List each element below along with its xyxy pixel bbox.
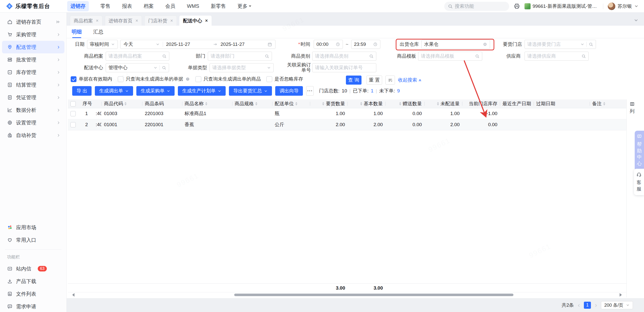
search-icon[interactable] (589, 42, 593, 47)
clear-icon[interactable] (483, 42, 487, 47)
po-input[interactable] (315, 65, 374, 71)
checkbox-no-transfer-goods[interactable]: 只查询未生成调出单的商品 (195, 76, 261, 82)
sidebar-item-settings[interactable]: 设置管理 (2, 116, 64, 129)
checkbox-ignore-stock[interactable]: 是否忽略库存 (266, 76, 303, 82)
date-range-control[interactable]: 今天 2025-11-27 2025-11-27 (120, 40, 275, 49)
category-field[interactable] (312, 52, 376, 61)
filter-settings-button[interactable] (385, 76, 395, 85)
sort-icon[interactable] (437, 102, 439, 106)
template-input[interactable] (421, 53, 473, 59)
search-icon[interactable] (265, 54, 269, 58)
table-row[interactable]: 2 :40 01001 2201001 香蕉 公斤 2.00 2.00 0.00… (68, 119, 626, 130)
header-expire-date[interactable]: 过期日期 (534, 99, 589, 108)
subtab-summary[interactable]: 汇总 (93, 26, 103, 38)
doctype-select[interactable]: 请选择单据类型 (210, 63, 274, 72)
global-search[interactable] (444, 2, 509, 11)
header-qty[interactable]: 要货数量 (310, 99, 347, 108)
subtab-detail[interactable]: 明细 (72, 26, 82, 38)
sidebar-item-distribution[interactable]: 配送管理 (2, 41, 64, 53)
header-unit[interactable]: 配送单位 (272, 99, 310, 108)
export-button[interactable]: 导 出 (72, 86, 92, 96)
search-icon[interactable] (475, 54, 479, 58)
generate-purchase-button[interactable]: 生成采购单 (136, 86, 175, 96)
sort-icon[interactable] (322, 102, 324, 106)
header-code[interactable]: 商品代码 (101, 99, 142, 108)
header-barcode[interactable]: 商品条码 (142, 99, 182, 108)
search-icon[interactable] (162, 65, 166, 70)
next-page-icon[interactable]: › (594, 302, 597, 308)
nav-item-reports[interactable]: 报表 (122, 3, 132, 10)
search-icon[interactable] (369, 54, 374, 58)
more-actions-button[interactable]: ··· (306, 86, 314, 96)
sidebar-item-request[interactable]: 需求申请 (2, 300, 64, 312)
nav-item-archives[interactable]: 档案 (144, 3, 154, 10)
generate-production-plan-button[interactable]: 生成生产计划单 (178, 86, 226, 96)
stat-ordered[interactable]: 1 (371, 88, 374, 94)
sidebar-item-file-list[interactable]: 文件列表 (2, 288, 64, 300)
cell-select[interactable] (68, 108, 80, 119)
sort-icon[interactable] (360, 102, 362, 106)
scrollbar-thumb[interactable] (234, 294, 513, 296)
warehouse-field[interactable] (421, 40, 490, 49)
sidebar-item-inbox[interactable]: 站内信 63 (2, 262, 64, 275)
nav-item-more[interactable]: 更多 (237, 3, 251, 10)
checkbox-icon[interactable] (118, 76, 124, 82)
checkbox-icon[interactable] (266, 76, 272, 82)
header-gift-qty[interactable]: 赠送数量 (385, 99, 424, 108)
checkbox-icon[interactable] (195, 76, 201, 82)
dept-field[interactable] (208, 52, 272, 61)
table-row[interactable]: 1 :40 01003 2201003 标准商品1 瓶 1.00 1.00 0.… (68, 108, 626, 119)
reset-button[interactable]: 重 置 (367, 76, 382, 85)
sort-icon[interactable] (255, 102, 257, 106)
export-demand-summary-button[interactable]: 导出要货汇总 (229, 86, 272, 96)
sidebar-item-auto-replenish[interactable]: 自动补货 (2, 129, 64, 142)
scroll-right-arrow-icon[interactable] (620, 293, 624, 297)
search-icon[interactable] (581, 54, 586, 58)
printer-icon[interactable] (514, 3, 520, 9)
supplier-field[interactable] (525, 52, 589, 61)
user-menu[interactable]: 苏尔银 (608, 3, 638, 10)
generate-transfer-button[interactable]: 生成调出单 (95, 86, 133, 96)
goods-field[interactable] (106, 52, 169, 61)
sort-icon[interactable] (125, 102, 127, 106)
sort-icon[interactable] (205, 102, 207, 106)
time-from-field[interactable]: 00:00 (314, 40, 343, 49)
column-grid-icon[interactable] (630, 101, 635, 107)
sort-icon[interactable] (399, 102, 401, 106)
po-field[interactable] (312, 63, 376, 72)
close-icon[interactable]: × (136, 18, 138, 23)
transfer-wizard-button[interactable]: 调出向导 (275, 86, 303, 96)
sidebar-item-app-market[interactable]: 应用市场 (2, 221, 64, 234)
header-prod-date[interactable]: 最近生产日期 (500, 99, 534, 108)
nav-item-retail[interactable]: 零售 (100, 3, 110, 10)
tenant-switcher[interactable]: 99661-新界面果蔬版测试-管理... (525, 3, 598, 10)
header-name[interactable]: 商品名称 (182, 99, 232, 108)
tab-inventory-home[interactable]: 进销存首页× (105, 16, 142, 26)
sidebar-item-home[interactable]: 进销存首页 (2, 16, 64, 28)
supplier-input[interactable] (527, 53, 579, 59)
column-settings-label[interactable]: 列 (630, 108, 634, 115)
tabs-collapse-icon[interactable] (634, 18, 638, 23)
page-size-select[interactable]: 200 条/页 (601, 301, 633, 309)
tab-store-replenish[interactable]: 门店补货× (144, 16, 177, 26)
checkbox-no-transfer-doc[interactable]: 只查询未生成调出单的单据 (118, 76, 190, 82)
tab-goods-archive[interactable]: 商品档案× (70, 16, 102, 26)
prev-page-icon[interactable]: ‹ (577, 302, 580, 308)
row-checkbox[interactable] (70, 122, 76, 127)
current-page-button[interactable]: 1 (584, 302, 591, 309)
goods-input[interactable] (108, 53, 160, 59)
horizontal-scrollbar[interactable] (68, 293, 625, 297)
nav-item-inventory[interactable]: 进销存 (67, 1, 89, 11)
warehouse-input[interactable] (424, 42, 481, 47)
sort-icon[interactable] (603, 102, 605, 106)
calendar-icon[interactable] (267, 42, 272, 47)
header-remark[interactable]: 备注 (590, 99, 626, 108)
sidebar-item-voucher[interactable]: 凭证管理 (2, 91, 64, 104)
scroll-left-arrow-icon[interactable] (70, 293, 74, 297)
header-spec[interactable]: 商品规格 (232, 99, 272, 108)
sidebar-item-product-download[interactable]: 产品下载 (2, 275, 64, 288)
close-icon[interactable]: × (96, 18, 99, 23)
category-input[interactable] (315, 53, 367, 59)
sidebar-item-analytics[interactable]: 数据分析 (2, 104, 64, 116)
info-icon[interactable] (185, 77, 190, 81)
